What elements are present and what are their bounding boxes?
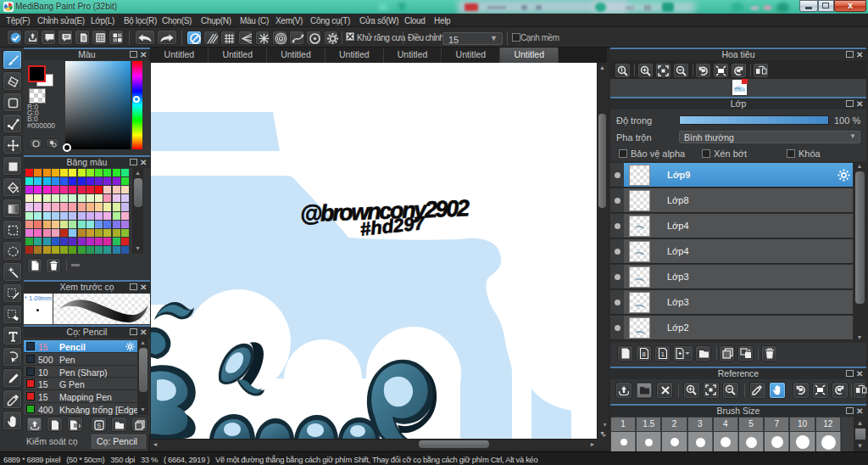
svg-text:1: 1 (661, 350, 665, 358)
svg-text:8: 8 (642, 350, 645, 358)
svg-text:S: S (97, 422, 101, 429)
